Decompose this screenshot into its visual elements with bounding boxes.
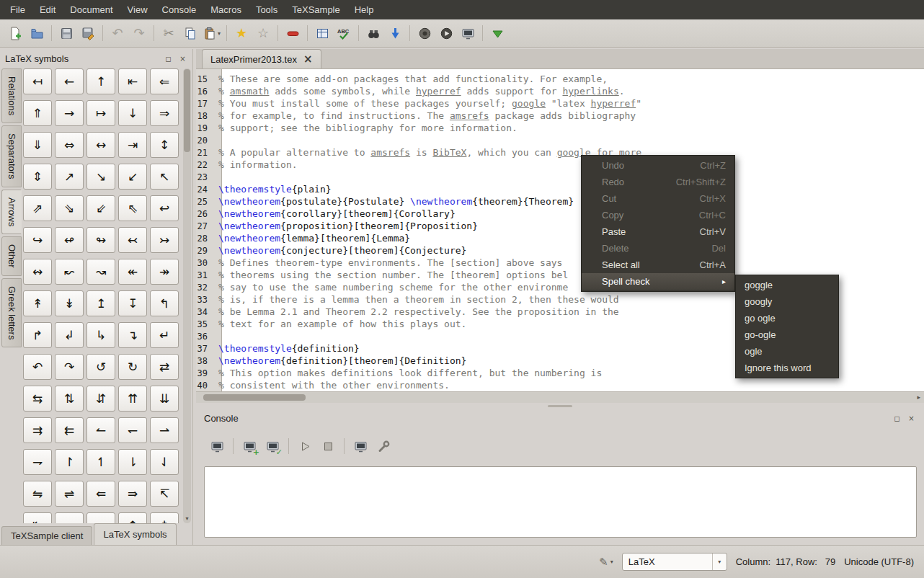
symbol-button[interactable]: ⇕ — [23, 164, 52, 190]
symbol-button[interactable]: ⇐ — [150, 68, 179, 94]
language-select[interactable]: LaTeX ▾ — [622, 553, 727, 571]
menu-document[interactable]: Document — [63, 0, 120, 19]
symbol-button[interactable]: ↠ — [150, 259, 179, 285]
horizontal-splitter[interactable] — [196, 403, 924, 409]
side-tab-separators[interactable]: Separators — [1, 125, 22, 187]
symbol-button[interactable]: ⇗ — [23, 195, 52, 221]
symbol-button[interactable]: ↘ — [86, 164, 115, 190]
side-tab-relations[interactable]: Relations — [1, 68, 22, 123]
play-macro-icon[interactable] — [436, 23, 456, 43]
symbol-button[interactable]: ← — [55, 68, 84, 94]
symbol-button[interactable]: ↰ — [150, 290, 179, 316]
symbol-button[interactable]: ↥ — [86, 290, 115, 316]
menu-help[interactable]: Help — [347, 0, 381, 19]
record-macro-icon[interactable] — [414, 23, 435, 43]
symbol-button[interactable]: ⇞ — [118, 512, 147, 523]
symbol-button[interactable]: ⇃ — [150, 449, 179, 475]
symbol-button[interactable]: ↽ — [118, 417, 147, 443]
wizard-icon[interactable]: ★ — [231, 23, 252, 43]
symbol-button[interactable]: ↾ — [55, 449, 84, 475]
symbol-button[interactable]: ⇚ — [86, 481, 115, 507]
symbol-button[interactable]: ↢ — [118, 227, 147, 253]
symbol-button[interactable]: ↕ — [150, 132, 179, 158]
format-tool-icon[interactable]: ✎▾ — [599, 556, 613, 569]
splitter-grip[interactable] — [548, 405, 572, 407]
symbol-button[interactable]: ⇓ — [23, 132, 52, 158]
side-tab-greek-letters[interactable]: Greek letters — [1, 278, 22, 347]
symbol-button[interactable]: ↴ — [118, 322, 147, 348]
symbol-button[interactable]: ⇛ — [118, 481, 147, 507]
symbol-button[interactable]: ↜ — [55, 259, 84, 285]
symbol-button[interactable]: ↶ — [23, 354, 52, 380]
context-item-select-all[interactable]: Select allCtrl+A — [582, 257, 734, 273]
spellcheck-icon[interactable]: ABC — [334, 23, 354, 43]
suggestion-go-ogle[interactable]: go-ogle — [736, 326, 838, 343]
symbol-button[interactable]: ↹ — [23, 512, 52, 523]
symbol-button[interactable]: ↿ — [86, 449, 115, 475]
symbol-button[interactable]: ↫ — [55, 227, 84, 253]
symbol-button[interactable]: ↤ — [23, 68, 52, 94]
menu-file[interactable]: File — [3, 0, 32, 19]
suggestion-ignore-this-word[interactable]: Ignore this word — [736, 360, 838, 376]
symbol-button[interactable]: ↝ — [86, 259, 115, 285]
symbol-button[interactable]: ↻ — [118, 354, 147, 380]
symbol-button[interactable]: ↵ — [150, 322, 179, 348]
menu-texsample[interactable]: TeXSample — [285, 0, 347, 19]
undo-icon[interactable]: ↶ — [107, 23, 128, 43]
panel-scrollbar-thumb[interactable] — [184, 69, 190, 152]
symbol-button[interactable]: ↳ — [86, 322, 115, 348]
suggestion-goggle[interactable]: goggle — [736, 277, 838, 293]
symbol-button[interactable]: ↩ — [150, 195, 179, 221]
save-as-icon[interactable] — [78, 23, 98, 43]
side-tab-arrows[interactable]: Arrows — [1, 190, 22, 234]
structure-icon[interactable] — [312, 23, 332, 43]
redo-icon[interactable]: ↷ — [129, 23, 149, 43]
close-tab-icon[interactable]: × — [303, 53, 313, 66]
console-terminal-icon[interactable] — [207, 436, 227, 456]
float-panel-icon[interactable]: ◻ — [164, 54, 173, 63]
console-play-icon[interactable] — [295, 436, 315, 456]
symbol-button[interactable]: ↺ — [86, 354, 115, 380]
symbol-button[interactable]: ↑ — [86, 68, 115, 94]
save-icon[interactable] — [56, 23, 76, 43]
favorite-icon[interactable]: ☆ — [253, 23, 273, 43]
symbol-button[interactable]: ↡ — [55, 290, 84, 316]
symbol-button[interactable]: ↙ — [118, 164, 147, 190]
symbol-button[interactable]: ⇖ — [118, 195, 147, 221]
side-tab-other[interactable]: Other — [1, 236, 22, 276]
panel-scrollbar[interactable]: ▾ — [183, 68, 191, 523]
suggestion-googly[interactable]: googly — [736, 293, 838, 310]
symbol-button[interactable]: ↦ — [86, 100, 115, 126]
symbol-button[interactable]: ⇄ — [150, 354, 179, 380]
context-item-spell-check[interactable]: Spell check▸ — [582, 273, 734, 290]
find-icon[interactable] — [363, 23, 383, 43]
horizontal-scrollbar-thumb[interactable] — [203, 394, 306, 401]
scroll-right-icon[interactable]: ▸ — [917, 394, 920, 401]
symbol-button[interactable]: ⇘ — [55, 195, 84, 221]
console-display-icon[interactable] — [350, 436, 370, 456]
symbol-button[interactable]: ⇔ — [55, 132, 84, 158]
console-stop-icon[interactable] — [318, 436, 338, 456]
symbol-button[interactable]: ⇑ — [23, 100, 52, 126]
console-new-icon[interactable]: + — [239, 436, 259, 456]
symbol-button[interactable]: ↓ — [118, 100, 147, 126]
symbol-button[interactable]: ↱ — [23, 322, 52, 348]
symbol-button[interactable]: ⇥ — [118, 132, 147, 158]
symbol-button[interactable]: ↗ — [55, 164, 84, 190]
horizontal-scrollbar[interactable]: ▸ — [196, 391, 924, 403]
menu-edit[interactable]: Edit — [32, 0, 63, 19]
menu-tools[interactable]: Tools — [249, 0, 285, 19]
symbol-button[interactable]: → — [55, 100, 84, 126]
symbol-button[interactable]: ↖ — [150, 164, 179, 190]
terminal-icon[interactable] — [458, 23, 478, 43]
symbol-button[interactable]: ⇟ — [150, 512, 179, 523]
symbol-button[interactable]: ↞ — [118, 259, 147, 285]
symbol-button[interactable]: ↟ — [23, 290, 52, 316]
symbol-button[interactable]: ⇠ — [55, 512, 84, 523]
console-output[interactable] — [204, 466, 917, 538]
symbol-button[interactable]: ↸ — [150, 481, 179, 507]
open-file-icon[interactable] — [27, 23, 47, 43]
copy-icon[interactable] — [180, 23, 200, 43]
symbol-button[interactable]: ↲ — [55, 322, 84, 348]
symbol-button[interactable]: ↧ — [118, 290, 147, 316]
